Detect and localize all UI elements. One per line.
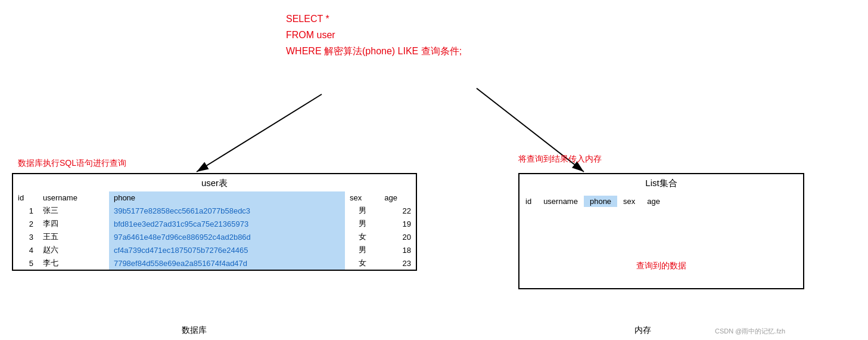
list-col-phone: phone <box>584 196 617 207</box>
table-row: 5李七7798ef84d558e69ea2a851674f4ad47d女23 <box>13 256 416 270</box>
col-phone: phone <box>109 191 345 204</box>
table-row: 3王五97a6461e48e7d96ce886952c4ad2b86d女20 <box>13 230 416 243</box>
list-col-sex: sex <box>617 196 641 207</box>
list-title: List集合 <box>519 174 803 191</box>
list-col-id: id <box>519 196 537 207</box>
col-sex: sex <box>345 191 379 204</box>
list-col-age: age <box>641 196 666 207</box>
cell-username: 赵六 <box>38 243 109 256</box>
sql-line2: FROM user <box>286 27 462 43</box>
cell-sex: 男 <box>345 217 379 230</box>
main-container: SELECT * FROM user WHERE 解密算法(phone) LIK… <box>0 0 868 340</box>
cell-id: 5 <box>13 256 38 270</box>
col-username: username <box>38 191 109 204</box>
cell-sex: 女 <box>345 230 379 243</box>
col-age: age <box>379 191 416 204</box>
list-col-username: username <box>537 196 584 207</box>
cell-id: 2 <box>13 217 38 230</box>
db-table: id username phone sex age 1张三39b5177e828… <box>13 191 416 270</box>
label-list-pass: 将查询到结果传入内存 <box>518 154 602 165</box>
cell-username: 王五 <box>38 230 109 243</box>
cell-sex: 女 <box>345 256 379 270</box>
list-query-label: 查询到的数据 <box>636 261 686 271</box>
cell-phone: cf4a739cd471ec1875075b7276e24465 <box>109 243 345 256</box>
cell-phone: 7798ef84d558e69ea2a851674f4ad47d <box>109 256 345 270</box>
label-db-execute: 数据库执行SQL语句进行查询 <box>18 158 126 169</box>
list-table-header: id username phone sex age <box>519 194 803 209</box>
cell-phone: 97a6461e48e7d96ce886952c4ad2b86d <box>109 230 345 243</box>
list-box: List集合 id username phone sex age 查询到的数据 <box>518 173 804 289</box>
cell-username: 李四 <box>38 217 109 230</box>
cell-age: 23 <box>379 256 416 270</box>
cell-age: 20 <box>379 230 416 243</box>
cell-id: 4 <box>13 243 38 256</box>
col-id: id <box>13 191 38 204</box>
db-table-box: user表 id username phone sex age 1张三39b51… <box>12 173 417 271</box>
cell-age: 22 <box>379 204 416 217</box>
table-row: 2李四bfd81ee3ed27ad31c95ca75e21365973男19 <box>13 217 416 230</box>
sql-line1: SELECT * <box>286 11 462 27</box>
db-table-header-row: id username phone sex age <box>13 191 416 204</box>
cell-username: 张三 <box>38 204 109 217</box>
table-row: 4赵六cf4a739cd471ec1875075b7276e24465男18 <box>13 243 416 256</box>
cell-age: 18 <box>379 243 416 256</box>
label-db-bottom: 数据库 <box>182 325 207 336</box>
db-table-body: 1张三39b5177e82858ecc5661a2077b58edc3男222李… <box>13 204 416 270</box>
sql-block: SELECT * FROM user WHERE 解密算法(phone) LIK… <box>286 11 462 60</box>
cell-phone: bfd81ee3ed27ad31c95ca75e21365973 <box>109 217 345 230</box>
svg-line-1 <box>197 94 322 172</box>
db-table-title: user表 <box>13 174 416 191</box>
sql-line3: WHERE 解密算法(phone) LIKE 查询条件; <box>286 43 462 59</box>
cell-id: 3 <box>13 230 38 243</box>
cell-sex: 男 <box>345 243 379 256</box>
csdn-watermark: CSDN @雨中的记忆.fzh <box>715 327 785 336</box>
label-memory-bottom: 内存 <box>634 325 651 336</box>
cell-id: 1 <box>13 204 38 217</box>
cell-sex: 男 <box>345 204 379 217</box>
table-row: 1张三39b5177e82858ecc5661a2077b58edc3男22 <box>13 204 416 217</box>
cell-username: 李七 <box>38 256 109 270</box>
cell-age: 19 <box>379 217 416 230</box>
cell-phone: 39b5177e82858ecc5661a2077b58edc3 <box>109 204 345 217</box>
